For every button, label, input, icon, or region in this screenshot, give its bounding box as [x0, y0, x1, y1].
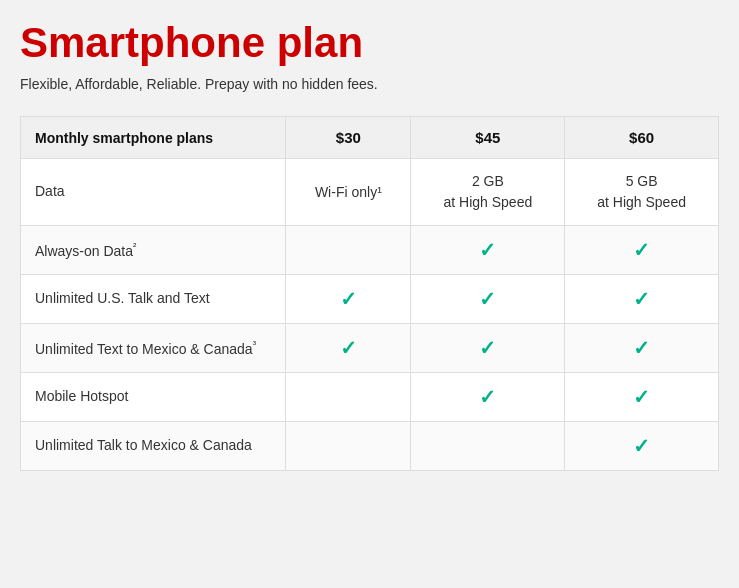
row-1-plan2-cell: ✓ — [411, 226, 565, 275]
check-icon: ✓ — [479, 239, 496, 261]
page-title: Smartphone plan — [20, 20, 719, 66]
table-row: Mobile Hotspot✓✓ — [21, 373, 719, 422]
row-2-plan1-cell: ✓ — [286, 275, 411, 324]
plan2-header: $45 — [411, 117, 565, 159]
check-icon: ✓ — [633, 337, 650, 359]
check-icon: ✓ — [633, 435, 650, 457]
row-1-plan3-cell: ✓ — [565, 226, 719, 275]
row-4-plan3-cell: ✓ — [565, 373, 719, 422]
row-0-plan2-cell: 2 GBat High Speed — [411, 159, 565, 226]
feature-label: Mobile Hotspot — [21, 373, 286, 422]
row-5-plan1-cell — [286, 422, 411, 471]
feature-label: Always-on Data² — [21, 226, 286, 275]
table-row: Unlimited U.S. Talk and Text✓✓✓ — [21, 275, 719, 324]
feature-label: Data — [21, 159, 286, 226]
check-icon: ✓ — [340, 337, 357, 359]
check-icon: ✓ — [633, 386, 650, 408]
table-row: Unlimited Text to Mexico & Canada³✓✓✓ — [21, 324, 719, 373]
feature-label: Unlimited Text to Mexico & Canada³ — [21, 324, 286, 373]
table-row: Always-on Data²✓✓ — [21, 226, 719, 275]
row-5-plan3-cell: ✓ — [565, 422, 719, 471]
check-icon: ✓ — [633, 239, 650, 261]
check-icon: ✓ — [479, 386, 496, 408]
check-icon: ✓ — [479, 337, 496, 359]
page-subtitle: Flexible, Affordable, Reliable. Prepay w… — [20, 76, 719, 92]
plan3-header: $60 — [565, 117, 719, 159]
feature-label: Unlimited Talk to Mexico & Canada — [21, 422, 286, 471]
row-0-plan3-cell: 5 GBat High Speed — [565, 159, 719, 226]
row-3-plan3-cell: ✓ — [565, 324, 719, 373]
table-row: Unlimited Talk to Mexico & Canada✓ — [21, 422, 719, 471]
check-icon: ✓ — [340, 288, 357, 310]
table-header-row: Monthly smartphone plans $30 $45 $60 — [21, 117, 719, 159]
row-3-plan2-cell: ✓ — [411, 324, 565, 373]
row-1-plan1-cell — [286, 226, 411, 275]
row-5-plan2-cell — [411, 422, 565, 471]
feature-column-header: Monthly smartphone plans — [21, 117, 286, 159]
table-row: DataWi-Fi only¹2 GBat High Speed5 GBat H… — [21, 159, 719, 226]
row-3-plan1-cell: ✓ — [286, 324, 411, 373]
row-0-plan1-cell: Wi-Fi only¹ — [286, 159, 411, 226]
check-icon: ✓ — [633, 288, 650, 310]
plan-comparison-table: Monthly smartphone plans $30 $45 $60 Dat… — [20, 116, 719, 471]
row-4-plan1-cell — [286, 373, 411, 422]
plan1-header: $30 — [286, 117, 411, 159]
row-2-plan3-cell: ✓ — [565, 275, 719, 324]
check-icon: ✓ — [479, 288, 496, 310]
row-4-plan2-cell: ✓ — [411, 373, 565, 422]
row-2-plan2-cell: ✓ — [411, 275, 565, 324]
feature-label: Unlimited U.S. Talk and Text — [21, 275, 286, 324]
